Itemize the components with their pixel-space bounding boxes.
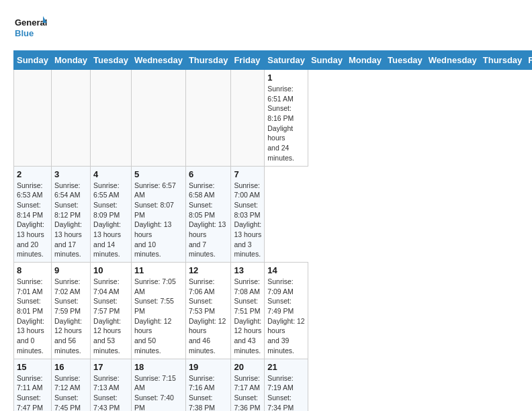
day-number: 11 bbox=[134, 265, 183, 275]
day-number: 15 bbox=[17, 362, 48, 372]
day-number: 21 bbox=[267, 362, 305, 372]
svg-text:Blue: Blue bbox=[15, 28, 34, 38]
day-info: Sunrise: 7:06 AM Sunset: 7:53 PM Dayligh… bbox=[189, 277, 228, 356]
day-number: 4 bbox=[93, 169, 128, 179]
cell-w1-d5 bbox=[185, 70, 231, 167]
day-info: Sunrise: 7:17 AM Sunset: 7:36 PM Dayligh… bbox=[234, 373, 261, 412]
day-number: 19 bbox=[189, 362, 228, 372]
day-number: 14 bbox=[267, 265, 305, 275]
header-friday: Friday bbox=[231, 51, 265, 70]
day-info: Sunrise: 7:00 AM Sunset: 8:03 PM Dayligh… bbox=[234, 181, 261, 260]
day-number: 17 bbox=[93, 362, 128, 372]
cell-w1-d4 bbox=[131, 70, 185, 167]
header-sunday: Sunday bbox=[308, 51, 345, 70]
week-row-2: 2 Sunrise: 6:53 AM Sunset: 8:14 PM Dayli… bbox=[14, 166, 533, 263]
cell-w1-d2 bbox=[51, 70, 90, 167]
day-number: 8 bbox=[17, 265, 48, 275]
day-number: 7 bbox=[234, 169, 261, 179]
day-info: Sunrise: 7:16 AM Sunset: 7:38 PM Dayligh… bbox=[189, 373, 228, 412]
header-thursday: Thursday bbox=[185, 51, 231, 70]
day-number: 2 bbox=[17, 169, 48, 179]
logo-svg: General Blue bbox=[13, 13, 47, 44]
header-saturday: Saturday bbox=[265, 51, 308, 70]
cell-w2-d3: 4 Sunrise: 6:55 AM Sunset: 8:09 PM Dayli… bbox=[91, 166, 132, 263]
week-row-1: 1 Sunrise: 6:51 AM Sunset: 8:16 PM Dayli… bbox=[14, 70, 533, 167]
day-info: Sunrise: 6:55 AM Sunset: 8:09 PM Dayligh… bbox=[93, 181, 128, 260]
day-number: 13 bbox=[234, 265, 261, 275]
cell-w2-d1: 2 Sunrise: 6:53 AM Sunset: 8:14 PM Dayli… bbox=[14, 166, 52, 263]
logo: General Blue bbox=[13, 13, 47, 44]
cell-w3-d3: 10 Sunrise: 7:04 AM Sunset: 7:57 PM Dayl… bbox=[91, 263, 132, 359]
day-number: 9 bbox=[54, 265, 87, 275]
header-wednesday: Wednesday bbox=[425, 51, 480, 70]
cell-w1-d3 bbox=[91, 70, 132, 167]
day-number: 3 bbox=[54, 169, 87, 179]
day-info: Sunrise: 7:13 AM Sunset: 7:43 PM Dayligh… bbox=[93, 373, 128, 412]
day-info: Sunrise: 6:54 AM Sunset: 8:12 PM Dayligh… bbox=[54, 181, 87, 260]
calendar-table: SundayMondayTuesdayWednesdayThursdayFrid… bbox=[13, 50, 532, 411]
cell-w4-d6: 20 Sunrise: 7:17 AM Sunset: 7:36 PM Dayl… bbox=[231, 359, 265, 411]
day-info: Sunrise: 6:58 AM Sunset: 8:05 PM Dayligh… bbox=[189, 181, 228, 260]
day-info: Sunrise: 7:19 AM Sunset: 7:34 PM Dayligh… bbox=[267, 373, 305, 412]
cell-w3-d6: 13 Sunrise: 7:08 AM Sunset: 7:51 PM Dayl… bbox=[231, 263, 265, 359]
header-monday: Monday bbox=[51, 51, 90, 70]
day-info: Sunrise: 7:11 AM Sunset: 7:47 PM Dayligh… bbox=[17, 373, 48, 412]
day-info: Sunrise: 6:53 AM Sunset: 8:14 PM Dayligh… bbox=[17, 181, 48, 260]
week-row-3: 8 Sunrise: 7:01 AM Sunset: 8:01 PM Dayli… bbox=[14, 263, 533, 359]
cell-w1-d6 bbox=[231, 70, 265, 167]
cell-w2-d6: 7 Sunrise: 7:00 AM Sunset: 8:03 PM Dayli… bbox=[231, 166, 265, 263]
header-tuesday: Tuesday bbox=[385, 51, 426, 70]
day-info: Sunrise: 7:08 AM Sunset: 7:51 PM Dayligh… bbox=[234, 277, 261, 356]
cell-w3-d7: 14 Sunrise: 7:09 AM Sunset: 7:49 PM Dayl… bbox=[265, 263, 308, 359]
page-header: General Blue bbox=[13, 13, 519, 44]
cell-w4-d3: 17 Sunrise: 7:13 AM Sunset: 7:43 PM Dayl… bbox=[91, 359, 132, 411]
header-sunday: Sunday bbox=[14, 51, 52, 70]
cell-w1-d7: 1 Sunrise: 6:51 AM Sunset: 8:16 PM Dayli… bbox=[265, 70, 308, 167]
day-number: 6 bbox=[189, 169, 228, 179]
cell-w2-d4: 5 Sunrise: 6:57 AM Sunset: 8:07 PM Dayli… bbox=[131, 166, 185, 263]
week-row-4: 15 Sunrise: 7:11 AM Sunset: 7:47 PM Dayl… bbox=[14, 359, 533, 411]
header-monday: Monday bbox=[345, 51, 384, 70]
cell-w4-d5: 19 Sunrise: 7:16 AM Sunset: 7:38 PM Dayl… bbox=[185, 359, 231, 411]
day-number: 1 bbox=[267, 73, 305, 83]
cell-w3-d4: 11 Sunrise: 7:05 AM Sunset: 7:55 PM Dayl… bbox=[131, 263, 185, 359]
cell-w4-d4: 18 Sunrise: 7:15 AM Sunset: 7:40 PM Dayl… bbox=[131, 359, 185, 411]
cell-w1-d1 bbox=[14, 70, 52, 167]
day-number: 10 bbox=[93, 265, 128, 275]
cell-w4-d7: 21 Sunrise: 7:19 AM Sunset: 7:34 PM Dayl… bbox=[265, 359, 308, 411]
cell-w3-d1: 8 Sunrise: 7:01 AM Sunset: 8:01 PM Dayli… bbox=[14, 263, 52, 359]
day-number: 5 bbox=[134, 169, 183, 179]
day-info: Sunrise: 6:51 AM Sunset: 8:16 PM Dayligh… bbox=[267, 84, 305, 163]
day-number: 16 bbox=[54, 362, 87, 372]
cell-w4-d2: 16 Sunrise: 7:12 AM Sunset: 7:45 PM Dayl… bbox=[51, 359, 90, 411]
day-info: Sunrise: 7:12 AM Sunset: 7:45 PM Dayligh… bbox=[54, 373, 87, 412]
day-info: Sunrise: 6:57 AM Sunset: 8:07 PM Dayligh… bbox=[134, 181, 183, 260]
day-number: 18 bbox=[134, 362, 183, 372]
day-info: Sunrise: 7:15 AM Sunset: 7:40 PM Dayligh… bbox=[134, 373, 183, 412]
cell-w3-d2: 9 Sunrise: 7:02 AM Sunset: 7:59 PM Dayli… bbox=[51, 263, 90, 359]
calendar-header-row: SundayMondayTuesdayWednesdayThursdayFrid… bbox=[14, 51, 533, 70]
day-info: Sunrise: 7:01 AM Sunset: 8:01 PM Dayligh… bbox=[17, 277, 48, 356]
day-info: Sunrise: 7:04 AM Sunset: 7:57 PM Dayligh… bbox=[93, 277, 128, 356]
header-wednesday: Wednesday bbox=[131, 51, 185, 70]
header-thursday: Thursday bbox=[480, 51, 525, 70]
cell-w2-d5: 6 Sunrise: 6:58 AM Sunset: 8:05 PM Dayli… bbox=[185, 166, 231, 263]
day-number: 12 bbox=[189, 265, 228, 275]
cell-w2-d2: 3 Sunrise: 6:54 AM Sunset: 8:12 PM Dayli… bbox=[51, 166, 90, 263]
svg-text:General: General bbox=[15, 17, 47, 28]
cell-w4-d1: 15 Sunrise: 7:11 AM Sunset: 7:47 PM Dayl… bbox=[14, 359, 52, 411]
cell-w3-d5: 12 Sunrise: 7:06 AM Sunset: 7:53 PM Dayl… bbox=[185, 263, 231, 359]
day-info: Sunrise: 7:02 AM Sunset: 7:59 PM Dayligh… bbox=[54, 277, 87, 356]
day-number: 20 bbox=[234, 362, 261, 372]
day-info: Sunrise: 7:09 AM Sunset: 7:49 PM Dayligh… bbox=[267, 277, 305, 356]
header-tuesday: Tuesday bbox=[91, 51, 132, 70]
header-friday: Friday bbox=[525, 51, 532, 70]
day-info: Sunrise: 7:05 AM Sunset: 7:55 PM Dayligh… bbox=[134, 277, 183, 356]
